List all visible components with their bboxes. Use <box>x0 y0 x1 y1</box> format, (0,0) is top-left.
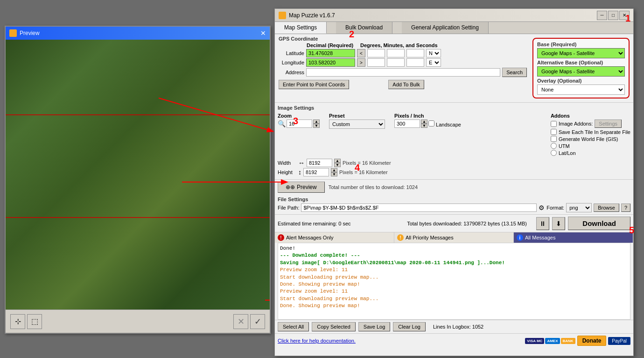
preview-titlebar: Preview ✕ <box>6 27 270 40</box>
latlon-row: Lat/Lon <box>551 150 630 156</box>
help-link[interactable]: Click here for help documentation. <box>278 338 356 344</box>
download-button[interactable]: Download <box>568 217 630 230</box>
priority-icon: ! <box>397 234 404 241</box>
preset-select[interactable]: Custom <box>329 119 385 129</box>
width-up-button[interactable]: ▲ <box>334 159 341 163</box>
tab-general-settings[interactable]: General Application Setting <box>402 22 489 34</box>
pause-button[interactable]: ⏸ <box>536 217 549 230</box>
height-unit: Pixels = 16 Kilometer <box>339 169 388 175</box>
main-window: Map Puzzle v1.6.7 ─ □ ✕ Map Settings Bul… <box>274 8 634 356</box>
tab-bulk-download[interactable]: Bulk Download <box>336 22 392 34</box>
move-tool-button[interactable]: ⊹ <box>10 314 25 329</box>
preview-close-button[interactable]: ✕ <box>260 29 266 37</box>
base-dropdown[interactable]: Google Maps - Satellite <box>537 48 625 58</box>
image-addons-checkbox[interactable] <box>551 121 557 127</box>
save-log-button[interactable]: Save Log <box>358 322 390 331</box>
donate-button[interactable]: Donate <box>577 336 607 346</box>
longitude-label: Longitude <box>279 60 304 65</box>
maximize-button[interactable]: □ <box>608 11 618 20</box>
address-row: Address Search <box>276 68 530 77</box>
tab-bar: Map Settings Bulk Download General Appli… <box>275 22 633 34</box>
addons-group: Addons Image Addons: Settings Save Each … <box>551 113 630 157</box>
landscape-checkbox[interactable] <box>428 120 434 126</box>
footer-right: VISA MC AMEX BANK Donate PayPal <box>525 336 630 346</box>
log-area[interactable]: Done! --- Download complete! --- Saving … <box>278 243 630 320</box>
height-row: Height ↕ ▲ ▼ Pixels = 16 Kilometer <box>278 168 630 176</box>
tab-map-settings[interactable]: Map Settings <box>275 22 327 34</box>
height-icon: ↕ <box>298 168 301 176</box>
lon-sec-input[interactable] <box>406 58 424 67</box>
zoom-up-button[interactable]: ▲ <box>313 119 320 124</box>
latlon-radio[interactable] <box>551 150 557 156</box>
search-button[interactable]: Search <box>502 68 527 77</box>
add-to-bulk-button[interactable]: Add To Bulk <box>388 80 424 89</box>
bank-icon: BANK <box>561 338 575 344</box>
world-file-checkbox[interactable] <box>551 136 557 142</box>
preview-cancel-button[interactable]: ✕ <box>233 314 248 329</box>
preview-title: Preview <box>20 30 40 36</box>
priority-messages-button[interactable]: ! All Priority Messages <box>394 232 514 243</box>
payment-icons: VISA MC AMEX BANK <box>525 338 575 344</box>
latitude-decrease-button[interactable]: < <box>357 49 365 57</box>
base-section: Base (Required) Google Maps - Satellite … <box>532 38 630 98</box>
lat-min-input[interactable] <box>387 49 405 57</box>
all-messages-button[interactable]: i All Messages <box>514 232 633 243</box>
file-path-input[interactable] <box>301 204 537 212</box>
zoom-input[interactable] <box>287 119 312 128</box>
overlay-dropdown[interactable]: None <box>537 84 625 95</box>
height-up-button[interactable]: ▲ <box>331 168 337 172</box>
address-input[interactable] <box>306 68 500 77</box>
latitude-input[interactable] <box>306 49 355 57</box>
help-button[interactable]: ? <box>621 204 630 212</box>
height-input[interactable] <box>303 168 329 176</box>
longitude-increase-button[interactable]: > <box>357 58 365 67</box>
browse-button[interactable]: Browse <box>594 204 619 212</box>
longitude-input[interactable] <box>306 58 355 67</box>
minimize-button[interactable]: ─ <box>597 11 607 20</box>
addons-settings-button[interactable]: Settings <box>595 119 622 128</box>
image-settings-content: Zoom 🔍 ▲ ▼ Preset Custom <box>278 113 630 157</box>
stop-button[interactable]: ⬇ <box>552 217 565 230</box>
log-toolbar: Select All Copy Selected Save Log Clear … <box>275 320 633 333</box>
select-all-button[interactable]: Select All <box>278 322 309 331</box>
alt-base-dropdown[interactable]: Google Maps - Satellite <box>537 66 625 77</box>
alert-messages-button[interactable]: ! Alert Messages Only <box>275 232 394 243</box>
lon-min-input[interactable] <box>387 58 405 67</box>
lon-direction-select[interactable]: E <box>426 58 441 67</box>
pixels-inch-input[interactable] <box>394 119 420 128</box>
preview-icons: ⊕⊕ <box>286 184 295 190</box>
preview-ok-button[interactable]: ✓ <box>250 314 265 329</box>
height-down-button[interactable]: ▼ <box>331 172 337 176</box>
left-panel: GPS Coordinate Decimal (Required) Degree… <box>276 36 530 100</box>
log-line-done: Done! <box>280 245 628 252</box>
enter-coords-button[interactable]: Enter Point to Point Coords <box>279 80 349 89</box>
ppi-down-button[interactable]: ▼ <box>421 124 427 128</box>
lat-direction-select[interactable]: N <box>426 49 441 57</box>
paypal-button[interactable]: PayPal <box>608 337 630 345</box>
close-button[interactable]: ✕ <box>619 11 630 20</box>
download-section: Estimated time remaining: 0 sec Total by… <box>275 214 633 232</box>
zoom-down-button[interactable]: ▼ <box>313 124 320 128</box>
width-down-button[interactable]: ▼ <box>334 163 341 167</box>
width-icon: ↔ <box>298 159 305 167</box>
clear-log-button[interactable]: Clear Log <box>393 322 426 331</box>
main-content: GPS Coordinate Decimal (Required) Degree… <box>275 34 633 353</box>
lon-deg-input[interactable] <box>367 58 385 67</box>
image-addons-row: Image Addons: Settings <box>551 119 630 128</box>
lat-deg-input[interactable] <box>367 49 385 57</box>
select-tool-button[interactable]: ⬚ <box>27 314 42 329</box>
format-select[interactable]: png <box>566 203 592 212</box>
zoom-spinner: ▲ ▼ <box>313 119 320 128</box>
utm-radio[interactable] <box>551 143 557 149</box>
latlon-label: Lat/Lon <box>559 150 576 156</box>
separate-file-checkbox[interactable] <box>551 129 557 135</box>
preview-button[interactable]: ⊕⊕ Preview <box>278 182 325 193</box>
alert-icon: ! <box>278 234 284 241</box>
lat-sec-input[interactable] <box>406 49 424 57</box>
width-input[interactable] <box>307 159 332 167</box>
latitude-label: Latitude <box>279 50 304 56</box>
preview-toolbar: ⊹ ⬚ ✕ ✓ <box>6 309 270 333</box>
ppi-up-button[interactable]: ▲ <box>421 119 427 124</box>
pixels-inch-group: Pixels / Inch ▲ ▼ Landscape <box>394 113 461 128</box>
copy-selected-button[interactable]: Copy Selected <box>312 322 356 331</box>
